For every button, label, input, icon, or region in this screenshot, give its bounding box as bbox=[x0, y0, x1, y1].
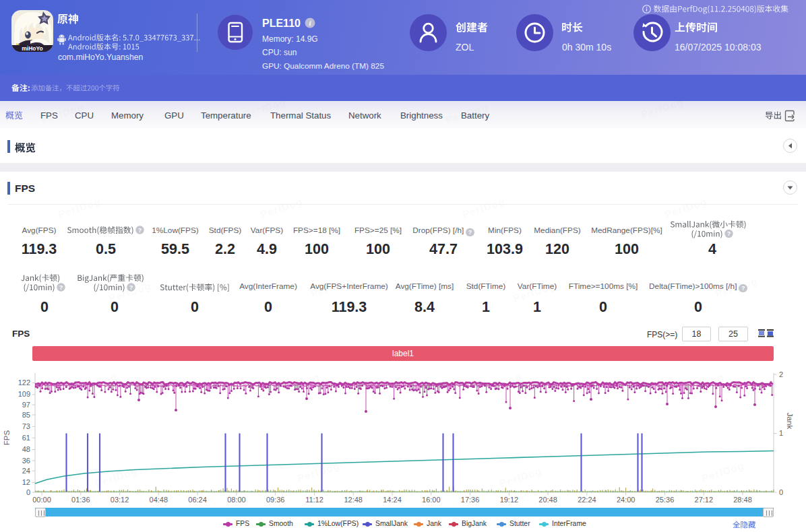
svg-text:?: ? bbox=[59, 284, 63, 291]
svg-text:?: ? bbox=[727, 230, 731, 237]
svg-text:?: ? bbox=[129, 284, 133, 291]
svg-text:?: ? bbox=[138, 227, 142, 234]
